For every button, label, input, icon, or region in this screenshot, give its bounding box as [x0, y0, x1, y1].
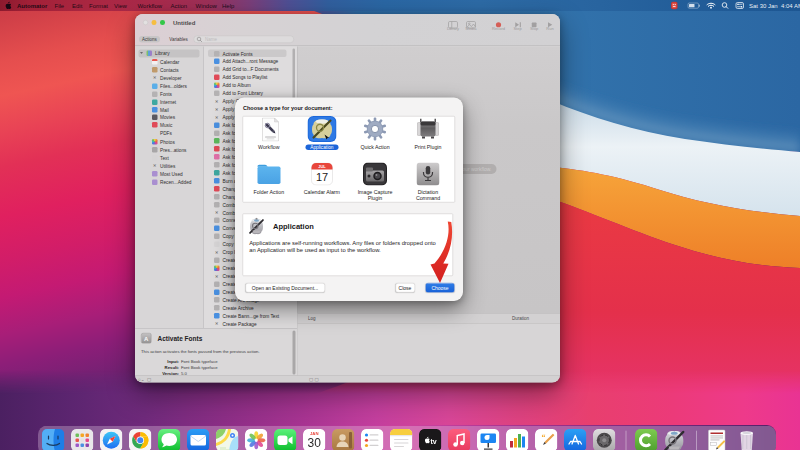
- svg-text:JUL: JUL: [318, 164, 326, 169]
- svg-text:17: 17: [316, 171, 328, 183]
- svg-text:30: 30: [308, 436, 322, 450]
- svg-text:tv: tv: [430, 438, 436, 445]
- svg-text:“: “: [541, 433, 545, 442]
